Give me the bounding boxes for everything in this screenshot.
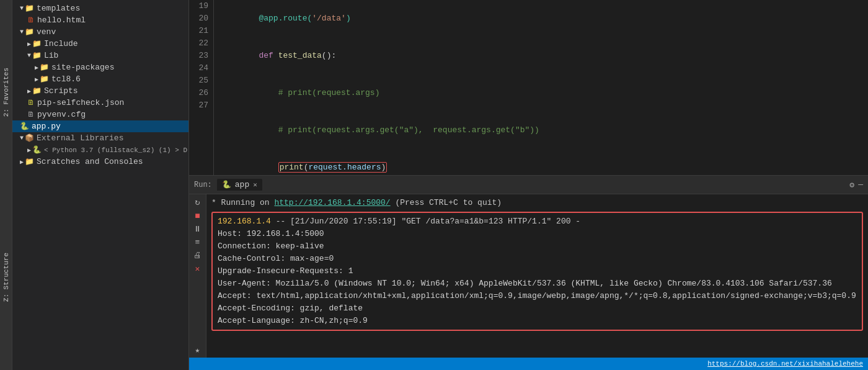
folder-sp-icon: 📁	[40, 63, 49, 72]
folder-lib-icon: 📁	[32, 51, 42, 60]
output-cache-control: Cache-Control: max-age=0	[218, 253, 857, 265]
run-print-btn[interactable]: 🖨	[193, 251, 202, 260]
run-output-content: * Running on http://192.168.1.4:5000/ (P…	[206, 194, 868, 358]
folder-icon: 📁	[25, 4, 34, 13]
close-tab-button[interactable]: ✕	[253, 181, 257, 189]
running-url[interactable]: http://192.168.1.4:5000/	[274, 198, 390, 207]
run-pause-btn[interactable]: ⏸	[193, 225, 202, 234]
code-line-23: print(request.headers)	[220, 149, 862, 175]
line-num-19: 19	[194, 0, 208, 12]
run-close-btn[interactable]: ✕	[195, 264, 200, 274]
output-box: 192.168.1.4 -- [21/Jun/2020 17:55:19] "G…	[211, 212, 863, 331]
statusbar: https://blog.csdn.net/xixihahalelehehe	[189, 358, 868, 370]
code-line-20: def test_data():	[220, 37, 862, 74]
output-connection: Connection: keep-alive	[218, 240, 857, 253]
run-extra-btn[interactable]: ★	[195, 345, 200, 355]
run-tab-py-icon: 🐍	[222, 180, 231, 189]
settings-icon[interactable]: ⚙	[849, 180, 854, 190]
tree-item-hello-html[interactable]: 🗎 hello.html	[12, 14, 188, 26]
line-num-27: 27	[194, 99, 208, 112]
folder-scripts-icon: 📁	[32, 86, 42, 96]
tree-item-pyvenv[interactable]: 🗎 pyvenv.cfg	[12, 109, 188, 120]
run-toolbar: Run: 🐍 app ✕ ⚙ —	[189, 176, 868, 194]
tree-item-lib[interactable]: ▼ 📁 Lib	[12, 50, 188, 61]
line-num-22: 22	[194, 37, 208, 50]
expand-arrow-venv: ▼	[20, 29, 24, 35]
expand-arrow-lib: ▼	[27, 52, 31, 59]
code-line-22: # print(request.args.get("a"), request.a…	[220, 112, 862, 149]
folder-tcl-icon: 📁	[40, 74, 49, 84]
code-editor: 19 20 21 22 23 24 25 26 27 @app.route('/…	[189, 0, 868, 175]
output-host: Host: 192.168.1.4:5000	[218, 228, 857, 240]
output-accept-language: Accept-Language: zh-CN,zh;q=0.9	[218, 315, 857, 327]
run-stop-btn[interactable]: ■	[195, 211, 200, 221]
run-scroll-btn[interactable]: ≡	[195, 238, 200, 247]
py-file-icon: 🐍	[20, 122, 29, 131]
file-tree-sidebar: ▼ 📁 templates 🗎 hello.html ▼ 📁 venv ▶ 📁 …	[12, 0, 189, 370]
json-file-icon: 🗎	[27, 98, 35, 107]
tree-item-scratches[interactable]: ▶ 📁 Scratches and Consoles	[12, 156, 188, 168]
tree-item-ext-lib[interactable]: ▼ 📦 External Libraries	[12, 132, 188, 144]
cfg-file-icon: 🗎	[27, 110, 35, 119]
statusbar-url[interactable]: https://blog.csdn.net/xixihahalelehehe	[707, 360, 863, 368]
tree-item-python[interactable]: ▶ 🐍 < Python 3.7 (fullstack_s2) (1) > D:…	[12, 144, 188, 156]
main-content: 19 20 21 22 23 24 25 26 27 @app.route('/…	[189, 0, 868, 370]
code-line-21: # print(request.args)	[220, 74, 862, 112]
ext-lib-icon: 📦	[25, 133, 34, 143]
run-controls: ↻ ■ ⏸ ≡ 🖨 ✕ ★	[189, 194, 206, 358]
tree-item-app-py[interactable]: 🐍 app.py	[12, 120, 188, 132]
line-num-26: 26	[194, 87, 208, 99]
highlighted-code: print(request.headers)	[278, 162, 388, 173]
tree-item-venv[interactable]: ▼ 📁 venv	[12, 26, 188, 38]
output-running-line: * Running on http://192.168.1.4:5000/ (P…	[211, 197, 863, 209]
expand-arrow-sp: ▶	[35, 64, 38, 71]
run-rerun-btn[interactable]: ↻	[195, 197, 200, 207]
run-settings: ⚙ —	[849, 180, 863, 190]
run-output-area: * Running on http://192.168.1.4:5000/ (P…	[206, 194, 868, 358]
expand-arrow: ▼	[20, 5, 24, 12]
expand-arrow-python: ▶	[27, 147, 31, 154]
tree-item-site-packages[interactable]: ▶ 📁 site-packages	[12, 61, 188, 73]
minimize-icon[interactable]: —	[858, 180, 863, 190]
tree-item-scripts[interactable]: ▶ 📁 Scripts	[12, 85, 188, 97]
run-tab-app[interactable]: 🐍 app ✕	[217, 179, 262, 191]
line-num-20: 20	[194, 12, 208, 25]
code-line-19: @app.route('/data')	[220, 0, 862, 37]
python-icon: 🐍	[32, 145, 42, 155]
favorites-label[interactable]: 2: Favorites	[2, 68, 10, 117]
output-accept: Accept: text/html,application/xhtml+xml,…	[218, 290, 857, 302]
tree-item-pip[interactable]: 🗎 pip-selfcheck.json	[12, 97, 188, 109]
folder-venv-icon: 📁	[25, 27, 34, 37]
line-numbers: 19 20 21 22 23 24 25 26 27	[189, 0, 214, 175]
tree-item-templates[interactable]: ▼ 📁 templates	[12, 2, 188, 14]
expand-arrow-scripts: ▶	[27, 88, 31, 95]
tree-item-tcl[interactable]: ▶ 📁 tcl8.6	[12, 73, 188, 85]
output-ip-line: 192.168.1.4 -- [21/Jun/2020 17:55:19] "G…	[218, 215, 857, 228]
file-tree: ▼ 📁 templates 🗎 hello.html ▼ 📁 venv ▶ 📁 …	[12, 0, 188, 370]
structure-label[interactable]: Z: Structure	[2, 253, 10, 302]
expand-arrow-scratches: ▶	[20, 158, 24, 166]
line-num-21: 21	[194, 25, 208, 37]
line-num-25: 25	[194, 74, 208, 87]
line-num-24: 24	[194, 62, 208, 74]
expand-arrow-include: ▶	[27, 40, 31, 48]
expand-arrow-tcl: ▶	[35, 76, 38, 83]
folder-scratches-icon: 📁	[25, 157, 34, 166]
line-num-23: 23	[194, 50, 208, 62]
output-upgrade: Upgrade-Insecure-Requests: 1	[218, 265, 857, 278]
html-file-icon: 🗎	[27, 16, 35, 25]
run-body: ↻ ■ ⏸ ≡ 🖨 ✕ ★ * Running on http://192.16…	[189, 194, 868, 358]
run-panel: Run: 🐍 app ✕ ⚙ — ↻ ■ ⏸ ≡ 🖨 ✕ ★	[189, 175, 868, 370]
output-accept-encoding: Accept-Encoding: gzip, deflate	[218, 302, 857, 315]
output-user-agent: User-Agent: Mozilla/5.0 (Windows NT 10.0…	[218, 278, 857, 290]
run-label: Run:	[194, 181, 212, 189]
run-tab-label: app	[235, 180, 249, 189]
tree-item-include[interactable]: ▶ 📁 Include	[12, 38, 188, 50]
folder-include-icon: 📁	[32, 39, 42, 48]
expand-arrow-ext: ▼	[20, 135, 24, 142]
vertical-labels: 2: Favorites Z: Structure	[0, 0, 12, 370]
code-lines[interactable]: @app.route('/data') def test_data(): # p…	[214, 0, 868, 175]
